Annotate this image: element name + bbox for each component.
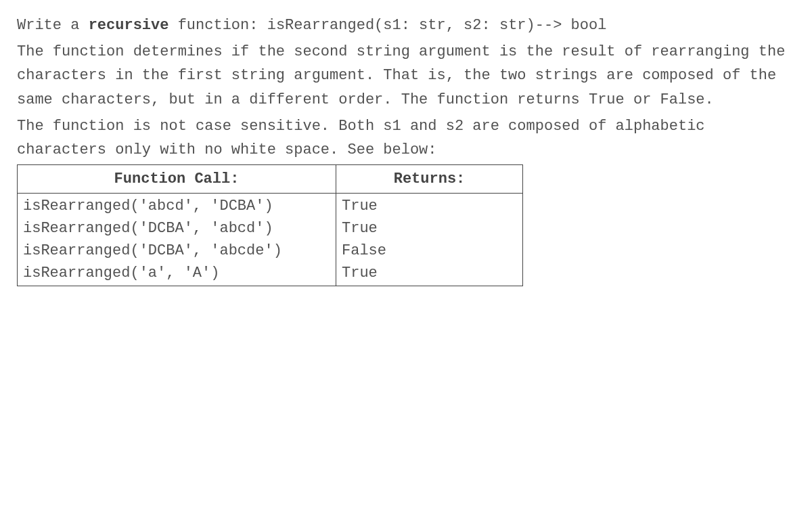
intro-bold-word: recursive [89,17,169,34]
table-row: isRearranged('abcd', 'DCBA') isRearrange… [18,194,523,286]
returns-cell: True True False True [336,194,523,286]
header-function-call: Function Call: [18,165,336,194]
problem-description: The function determines if the second st… [17,40,795,112]
problem-intro: Write a recursive function: isRearranged… [17,14,795,37]
table-header-row: Function Call: Returns: [18,165,523,194]
function-call-cell: isRearranged('abcd', 'DCBA') isRearrange… [18,194,336,286]
intro-suffix: function: isRearranged(s1: str, s2: str)… [168,17,606,34]
intro-prefix: Write a [17,17,89,34]
examples-table: Function Call: Returns: isRearranged('ab… [17,164,523,286]
header-returns: Returns: [336,165,523,194]
problem-note: The function is not case sensitive. Both… [17,114,795,162]
